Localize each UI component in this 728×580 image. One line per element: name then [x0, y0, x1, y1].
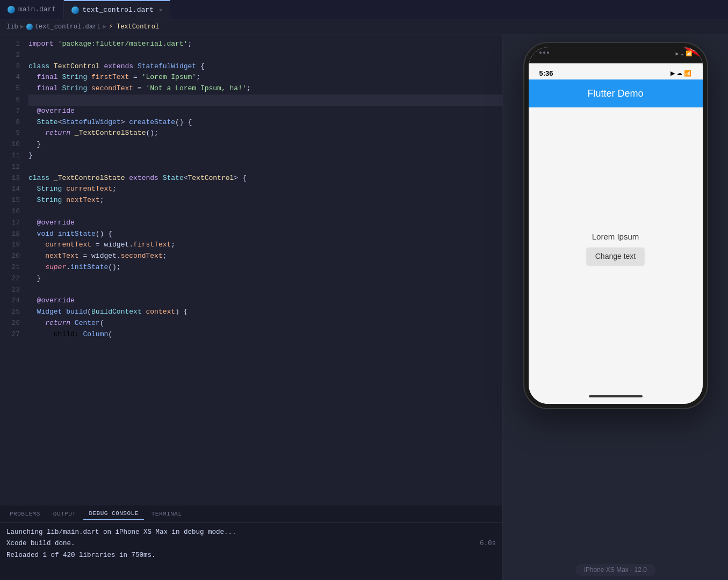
code-line-10: } [28, 139, 502, 150]
dart-icon [8, 6, 15, 13]
code-line-22: } [28, 273, 502, 285]
breadcrumb-class[interactable]: ⚡ TextControl [109, 23, 160, 31]
line-numbers: 12345 678910 1112131415 1617181920 21222… [0, 34, 24, 505]
phone-status-bar: 5:36 ▶ ☁ 📶 [529, 63, 703, 79]
wifi-status: ▶ ☁ 📶 [671, 70, 691, 77]
console-time-2: 6.0s [480, 538, 496, 549]
status-icons: ▶ ☁ 📶 [671, 70, 691, 77]
code-line-4: final String firstText = 'Lorem Ipsum'; [28, 72, 502, 83]
console-line-1: Launching lib/main.dart on iPhone XS Max… [6, 527, 496, 538]
status-dots [539, 52, 549, 54]
bottom-panel: PROBLEMS OUTPUT DEBUG CONSOLE TERMINAL L… [0, 505, 502, 580]
app-title: Flutter Demo [587, 88, 643, 99]
console-output: Launching lib/main.dart on iPhone XS Max… [0, 523, 502, 566]
phone-content: Lorem Ipsum Change text [529, 107, 703, 389]
simulator-panel: DEBUG ▶ ☁ 📶 5:36 ▶ ☁ 📶 [502, 34, 728, 580]
code-line-23 [28, 285, 502, 296]
tab-main-dart[interactable]: main.dart [0, 0, 64, 19]
wifi-icon: ▶ [675, 50, 679, 57]
code-line-15: String nextText; [28, 195, 502, 206]
phone-frame: DEBUG ▶ ☁ 📶 5:36 ▶ ☁ 📶 [524, 43, 707, 408]
breadcrumb-sep2: ▶ [103, 23, 106, 31]
phone-app-bar: Flutter Demo [529, 79, 703, 107]
status-time: 5:36 [539, 69, 553, 77]
code-line-20: nextText = widget.secondText; [28, 251, 502, 262]
code-line-27: child: Column( [28, 329, 502, 340]
code-line-6 [28, 95, 502, 106]
bottom-tab-bar: PROBLEMS OUTPUT DEBUG CONSOLE TERMINAL [0, 505, 502, 523]
content-text: Lorem Ipsum [592, 232, 639, 241]
console-text-2: Xcode build done. [6, 538, 75, 549]
tab-label-active: text_control.dart [82, 6, 154, 14]
battery-icon: 📶 [686, 50, 692, 57]
code-line-16 [28, 206, 502, 218]
tab-close-button[interactable]: ✕ [159, 6, 163, 13]
tab-output[interactable]: OUTPUT [48, 509, 82, 519]
dart-icon-active [71, 6, 79, 14]
code-line-19: currentText = widget.firstText; [28, 240, 502, 251]
tab-problems[interactable]: PROBLEMS [4, 509, 46, 519]
home-bar [589, 395, 643, 397]
console-text-3: Reloaded 1 of 420 libraries in 750ms. [6, 550, 156, 561]
code-line-8: State<StatefulWidget> createState() { [28, 117, 502, 128]
code-line-7: @override [28, 106, 502, 117]
tab-debug-console[interactable]: DEBUG CONSOLE [83, 508, 143, 520]
tab-bar: main.dart text_control.dart ✕ [0, 0, 728, 19]
code-line-21: super.initState(); [28, 262, 502, 273]
code-area: 12345 678910 1112131415 1617181920 21222… [0, 34, 502, 505]
code-line-14: String currentText; [28, 184, 502, 195]
breadcrumb-sep1: ▶ [20, 23, 24, 31]
code-line-18: void initState() { [28, 229, 502, 240]
main-area: 12345 678910 1112131415 1617181920 21222… [0, 34, 728, 580]
code-content[interactable]: import 'package:flutter/material.dart'; … [24, 34, 502, 505]
simulator-label: iPhone XS Max - 12.0 [575, 564, 655, 576]
console-text-1: Launching lib/main.dart on iPhone XS Max… [6, 527, 236, 538]
phone-home-indicator [529, 389, 703, 404]
tab-label-main: main.dart [18, 5, 56, 13]
tab-terminal[interactable]: TERMINAL [146, 509, 188, 519]
phone-notch-area: DEBUG ▶ ☁ 📶 [529, 47, 703, 63]
tab-text-control-dart[interactable]: text_control.dart ✕ [64, 0, 170, 19]
code-line-25: Widget build(BuildContext context) { [28, 307, 502, 318]
code-line-2 [28, 50, 502, 61]
code-line-3: class TextControl extends StatefulWidget… [28, 61, 502, 73]
code-line-13: class _TextControlState extends State<Te… [28, 173, 502, 184]
status-icons-area: ▶ ☁ 📶 [675, 50, 691, 57]
breadcrumb-file-icon [26, 24, 33, 30]
console-line-3: Reloaded 1 of 420 libraries in 750ms. [6, 550, 496, 561]
breadcrumb-lib[interactable]: lib [6, 23, 18, 31]
code-line-26: return Center( [28, 318, 502, 329]
code-line-9: return _TextControlState(); [28, 128, 502, 139]
code-line-12 [28, 162, 502, 173]
breadcrumb: lib ▶ text_control.dart ▶ ⚡ TextControl [0, 19, 728, 34]
console-line-2: Xcode build done. 6.0s [6, 538, 496, 549]
editor-panel: 12345 678910 1112131415 1617181920 21222… [0, 34, 502, 580]
signal-icon: ☁ [680, 50, 683, 57]
change-text-button[interactable]: Change text [587, 248, 645, 265]
code-line-1: import 'package:flutter/material.dart'; [28, 39, 502, 50]
code-line-5: final String secondText = 'Not a Lorem I… [28, 83, 502, 95]
phone-notch [583, 47, 648, 60]
code-line-17: @override [28, 218, 502, 229]
breadcrumb-file[interactable]: text_control.dart [35, 23, 100, 31]
code-line-24: @override [28, 295, 502, 307]
code-line-11: } [28, 150, 502, 162]
